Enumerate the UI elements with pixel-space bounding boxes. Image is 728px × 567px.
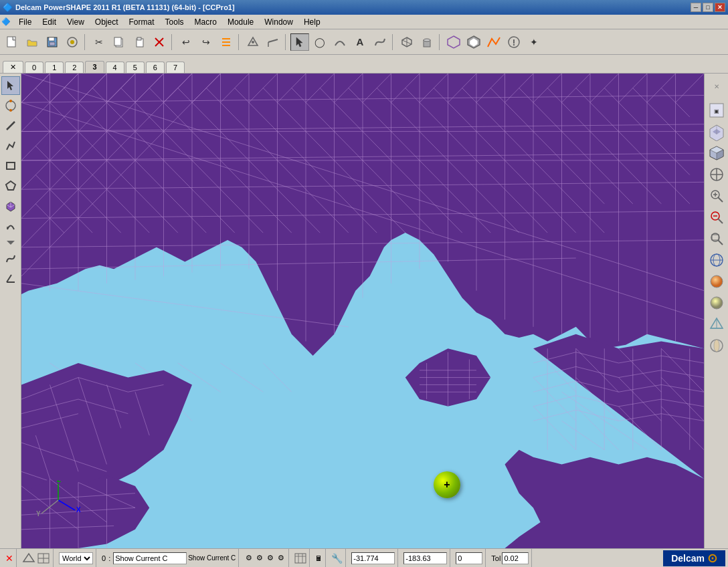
- x-coord-input[interactable]: [351, 552, 395, 564]
- tab-3[interactable]: 3: [85, 61, 104, 73]
- new-button[interactable]: [3, 33, 21, 51]
- cube-tool[interactable]: [397, 33, 416, 51]
- angle-tool[interactable]: [1, 269, 20, 288]
- minimize-button[interactable]: ─: [691, 3, 701, 12]
- mesh-tool[interactable]: [444, 33, 463, 51]
- globe-button[interactable]: [707, 250, 727, 270]
- svg-line-299: [533, 407, 576, 450]
- svg-line-184: [64, 175, 93, 204]
- svg-line-246: [647, 421, 690, 450]
- copy-button[interactable]: [110, 33, 128, 51]
- svg-line-164: [149, 146, 178, 175]
- maximize-button[interactable]: □: [703, 3, 713, 12]
- zoom-window-button[interactable]: [707, 229, 727, 249]
- status-layer: 0 : Show Current C: [99, 549, 239, 567]
- world-dropdown[interactable]: World: [59, 552, 93, 564]
- svg-line-217: [349, 204, 377, 233]
- delete-button[interactable]: [150, 33, 169, 51]
- close-panel-button[interactable]: ✕: [707, 76, 727, 96]
- settings-icon-2[interactable]: ⚙: [256, 554, 263, 562]
- arc-tool-left[interactable]: [1, 217, 20, 235]
- polygon-tool[interactable]: [1, 177, 20, 195]
- status-world: World: [56, 549, 96, 567]
- sphere-button[interactable]: [707, 271, 727, 292]
- lens-button[interactable]: [707, 336, 727, 356]
- z-coord-input[interactable]: [456, 552, 482, 564]
- mesh-edit-tool[interactable]: [464, 33, 483, 51]
- arc-tool[interactable]: [331, 33, 349, 51]
- calc-icon[interactable]: 🖩: [315, 554, 323, 562]
- menu-object[interactable]: Object: [90, 16, 124, 28]
- tab-5[interactable]: 5: [126, 62, 145, 73]
- svg-point-352: [711, 275, 723, 288]
- menu-view[interactable]: View: [62, 16, 90, 28]
- rectangle-tool[interactable]: [1, 156, 20, 175]
- menu-help[interactable]: Help: [298, 16, 326, 28]
- tab-2[interactable]: 2: [65, 62, 84, 73]
- circle-tool[interactable]: ◯: [310, 33, 329, 51]
- zoom-out-button[interactable]: [707, 207, 727, 227]
- paste-button[interactable]: [130, 33, 149, 51]
- svg-line-292: [576, 348, 619, 392]
- measure-button[interactable]: [264, 33, 282, 51]
- svg-line-214: [263, 204, 292, 233]
- text-tool[interactable]: A: [351, 33, 369, 51]
- menu-edit[interactable]: Edit: [37, 16, 62, 28]
- tab-4[interactable]: 4: [106, 62, 124, 73]
- solid-tool[interactable]: [1, 197, 20, 215]
- cut-button[interactable]: ✂: [90, 33, 108, 51]
- menu-format[interactable]: Format: [124, 16, 160, 28]
- settings-icon-1[interactable]: ⚙: [246, 554, 252, 562]
- tab-1[interactable]: 1: [45, 62, 64, 73]
- redo-button[interactable]: ↪: [197, 33, 215, 51]
- svg-line-233: [92, 363, 135, 392]
- y-coord-input[interactable]: [403, 552, 447, 564]
- analyze-button[interactable]: [505, 33, 523, 51]
- cylinder-tool[interactable]: [418, 33, 436, 51]
- rotate-tool[interactable]: [1, 96, 20, 115]
- polyline-tool[interactable]: [1, 136, 20, 155]
- line-tool[interactable]: [1, 116, 20, 135]
- menu-file[interactable]: File: [13, 16, 37, 28]
- curve-tool[interactable]: [1, 249, 20, 267]
- view-cube-front[interactable]: [707, 122, 727, 142]
- title-bar-controls[interactable]: ─ □ ✕: [691, 3, 725, 12]
- star-button[interactable]: ✦: [525, 33, 543, 51]
- tool-icon[interactable]: 🔧: [331, 553, 343, 564]
- history-button[interactable]: [217, 33, 236, 51]
- tab-6[interactable]: 6: [146, 62, 165, 73]
- view-cube-isometric[interactable]: [707, 143, 727, 163]
- settings-icon-4[interactable]: ⚙: [278, 554, 284, 562]
- close-tab[interactable]: ✕: [3, 61, 23, 73]
- expand-arrow[interactable]: [7, 237, 15, 247]
- viewport[interactable]: X Z Y: [21, 74, 704, 548]
- save-button[interactable]: [43, 33, 62, 51]
- shiny-sphere-button[interactable]: [707, 293, 727, 313]
- menu-window[interactable]: Window: [259, 16, 298, 28]
- surface-tool[interactable]: [484, 33, 503, 51]
- open-button[interactable]: [23, 33, 41, 51]
- svg-line-297: [619, 378, 662, 421]
- select-button[interactable]: [290, 33, 309, 51]
- view-icon: [22, 552, 35, 564]
- spline-tool[interactable]: [371, 33, 389, 51]
- svg-line-278: [576, 396, 619, 407]
- pan-button[interactable]: [707, 164, 727, 185]
- menu-tools[interactable]: Tools: [160, 16, 189, 28]
- layer-name-input[interactable]: [113, 552, 187, 564]
- tol-input[interactable]: [502, 552, 529, 564]
- undo-button[interactable]: ↩: [177, 33, 195, 51]
- svg-line-161: [64, 146, 93, 175]
- close-button[interactable]: ✕: [715, 3, 725, 12]
- import-button[interactable]: [63, 33, 82, 51]
- transform-button[interactable]: [244, 33, 262, 51]
- zoom-all-button[interactable]: [707, 186, 727, 206]
- wireframe-button[interactable]: [707, 314, 727, 334]
- tab-7[interactable]: 7: [166, 62, 185, 73]
- view-cube-top[interactable]: ▣: [707, 100, 727, 120]
- menu-macro[interactable]: Macro: [189, 16, 222, 28]
- settings-icon-3[interactable]: ⚙: [267, 554, 274, 562]
- menu-module[interactable]: Module: [222, 16, 259, 28]
- tab-0[interactable]: 0: [25, 62, 43, 73]
- select-tool[interactable]: [1, 76, 20, 95]
